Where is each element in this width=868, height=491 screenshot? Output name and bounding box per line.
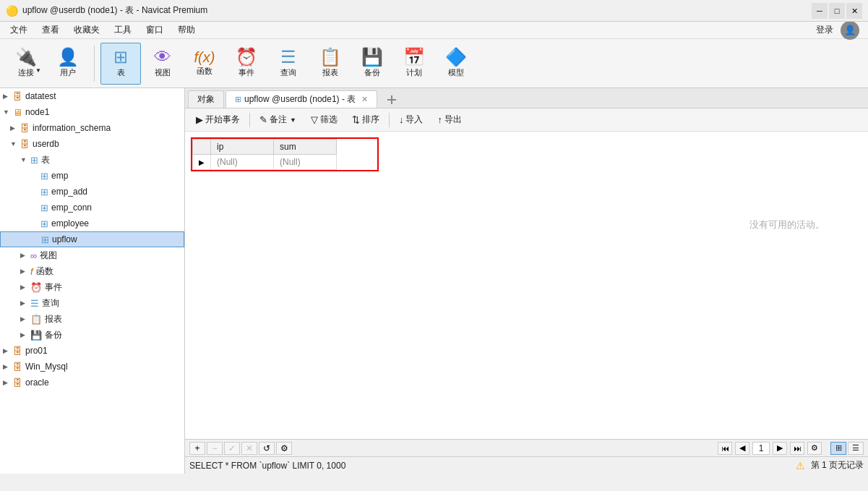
sidebar-item-win-mysql[interactable]: ▶ 🗄 Win_Mysql <box>0 359 184 375</box>
toolbar-connect[interactable]: 🔌 连接 ▼ <box>6 43 46 85</box>
toolbar-query[interactable]: ☰ 查询 <box>268 43 309 85</box>
sidebar-item-upflow[interactable]: ▶ ⊞ upflow <box>0 231 184 247</box>
tab-object[interactable]: 对象 <box>188 90 224 108</box>
icon-funcs: f <box>30 266 33 277</box>
filter-icon: ▽ <box>311 114 318 125</box>
icon-tables: ⊞ <box>30 155 38 166</box>
table-label: 表 <box>117 67 125 78</box>
schedule-icon: 📅 <box>403 48 425 66</box>
add-row-button[interactable]: + <box>189 442 205 455</box>
table-row[interactable]: ▶ (Null) (Null) <box>193 155 337 170</box>
page-settings-btn[interactable]: ⚙ <box>807 442 822 455</box>
page-number[interactable]: 1 <box>752 442 770 455</box>
view-label: 视图 <box>155 67 171 78</box>
backup-label: 备份 <box>364 67 380 78</box>
menu-window[interactable]: 窗口 <box>139 22 171 38</box>
toolbar-table[interactable]: ⊞ 表 <box>100 43 141 85</box>
menu-file[interactable]: 文件 <box>3 22 35 38</box>
connect-label: 连接 <box>18 67 34 78</box>
refresh-button[interactable]: ↺ <box>259 442 275 455</box>
no-activity-text: 没有可用的活动。 <box>749 219 825 230</box>
grid-view-btn[interactable]: ⊞ <box>830 442 846 455</box>
import-icon: ↓ <box>399 114 404 125</box>
sidebar-item-emp[interactable]: ▶ ⊞ emp <box>0 168 184 184</box>
sidebar-item-datatest[interactable]: ▶ 🗄 datatest <box>0 88 184 104</box>
toolbar-user[interactable]: 👤 用户 <box>48 43 88 85</box>
sidebar-item-userdb[interactable]: ▼ 🗄 userdb <box>0 136 184 152</box>
connect-icon: 🔌 <box>15 48 37 66</box>
model-icon: 🔷 <box>445 48 467 66</box>
func-label: 函数 <box>197 66 212 77</box>
table-area: ip sum ▶ (Null) (Null) 没有可用的活动。 <box>185 132 868 439</box>
menu-help[interactable]: 帮助 <box>171 22 202 38</box>
btn-open-transaction[interactable]: ▶ 开始事务 <box>189 111 246 128</box>
label-backups: 备份 <box>45 329 62 341</box>
minimize-button[interactable]: ─ <box>812 3 828 19</box>
last-page-btn[interactable]: ⏭ <box>790 442 804 455</box>
sidebar-item-views-folder[interactable]: ▶ ∞ 视图 <box>0 247 184 263</box>
arrow-queries: ▶ <box>20 299 30 307</box>
sidebar-item-emp-add[interactable]: ▶ ⊞ emp_add <box>0 184 184 200</box>
first-page-btn[interactable]: ⏮ <box>718 442 732 455</box>
tab-table[interactable]: ⊞ upflow @userdb (node1) - 表 ✕ <box>225 90 377 108</box>
label-emp-conn: emp_conn <box>51 202 92 213</box>
form-view-btn[interactable]: ☰ <box>848 442 864 455</box>
sidebar-item-employee[interactable]: ▶ ⊞ employee <box>0 215 184 231</box>
sidebar-item-funcs-folder[interactable]: ▶ f 函数 <box>0 263 184 279</box>
user-avatar[interactable]: 👤 <box>841 21 859 40</box>
cell-ip[interactable]: (Null) <box>211 155 274 170</box>
btn-filter[interactable]: ▽ 筛选 <box>304 111 344 128</box>
sub-toolbar: ▶ 开始事务 ✎ 备注 ▼ ▽ 筛选 ⇅ 排序 ↓ 导入 <box>185 108 868 132</box>
menu-favorites[interactable]: 收藏夹 <box>66 22 107 38</box>
prev-page-btn[interactable]: ◀ <box>735 442 749 455</box>
settings-button[interactable]: ⚙ <box>276 442 292 455</box>
no-activity: 没有可用的活动。 <box>749 218 825 231</box>
sidebar-item-node1[interactable]: ▼ 🖥 node1 <box>0 104 184 120</box>
btn-comment[interactable]: ✎ 备注 ▼ <box>253 111 303 128</box>
status-right: ⚠ 第 1 页无记录 <box>796 459 864 471</box>
btn-sort[interactable]: ⇅ 排序 <box>345 111 386 128</box>
export-label: 导出 <box>444 114 462 126</box>
sidebar-item-emp-conn[interactable]: ▶ ⊞ emp_conn <box>0 200 184 215</box>
sidebar-item-tables-folder[interactable]: ▼ ⊞ 表 <box>0 152 184 168</box>
icon-upflow: ⊞ <box>41 234 49 245</box>
maximize-button[interactable]: □ <box>829 3 845 19</box>
sidebar-item-reports-folder[interactable]: ▶ 📋 报表 <box>0 311 184 327</box>
arrow-oracle: ▶ <box>3 379 13 386</box>
toolbar: 🔌 连接 ▼ 👤 用户 ⊞ 表 👁 视图 f(x) 函数 ⏰ 事件 ☰ 查询 <box>0 39 868 88</box>
sidebar-item-queries-folder[interactable]: ▶ ☰ 查询 <box>0 295 184 311</box>
close-button[interactable]: ✕ <box>846 3 862 19</box>
sidebar-item-events-folder[interactable]: ▶ ⏰ 事件 <box>0 279 184 295</box>
icon-pro01: 🗄 <box>13 346 22 356</box>
toolbar-model[interactable]: 🔷 模型 <box>436 43 476 85</box>
toolbar-backup[interactable]: 💾 备份 <box>352 43 392 85</box>
next-page-btn[interactable]: ▶ <box>773 442 787 455</box>
toolbar-report[interactable]: 📋 报表 <box>310 43 351 85</box>
delete-row-button[interactable]: − <box>207 442 223 455</box>
sidebar-item-pro01[interactable]: ▶ 🗄 pro01 <box>0 343 184 359</box>
tab-close-btn[interactable]: ✕ <box>361 95 368 104</box>
open-transaction-label: 开始事务 <box>205 114 240 126</box>
toolbar-func[interactable]: f(x) 函数 <box>184 43 225 85</box>
label-queries: 查询 <box>42 297 59 309</box>
login-label[interactable]: 登录 <box>816 24 841 36</box>
menu-tools[interactable]: 工具 <box>107 22 139 38</box>
btn-export[interactable]: ↑ 导出 <box>431 111 468 128</box>
toolbar-view[interactable]: 👁 视图 <box>142 43 183 85</box>
menu-view[interactable]: 查看 <box>35 22 66 38</box>
btn-import[interactable]: ↓ 导入 <box>392 111 430 128</box>
toolbar-event[interactable]: ⏰ 事件 <box>226 43 267 85</box>
toolbar-db-group: ⊞ 表 👁 视图 f(x) 函数 ⏰ 事件 ☰ 查询 📋 报表 💾 备份 📅 <box>100 43 476 85</box>
confirm-button[interactable]: ✓ <box>224 442 240 455</box>
toolbar-div1 <box>94 46 95 82</box>
tab-new-btn[interactable] <box>382 92 402 108</box>
cell-sum[interactable]: (Null) <box>274 155 337 170</box>
arrow-funcs: ▶ <box>20 268 30 275</box>
sidebar-item-info-schema[interactable]: ▶ 🗄 information_schema <box>0 120 184 136</box>
sidebar-item-backups-folder[interactable]: ▶ 💾 备份 <box>0 327 184 343</box>
import-label: 导入 <box>405 114 423 126</box>
sidebar-item-oracle[interactable]: ▶ 🗄 oracle <box>0 375 184 390</box>
cancel-button[interactable]: ✕ <box>241 442 257 455</box>
toolbar-schedule[interactable]: 📅 计划 <box>394 43 434 85</box>
table-icon: ⊞ <box>113 48 128 66</box>
